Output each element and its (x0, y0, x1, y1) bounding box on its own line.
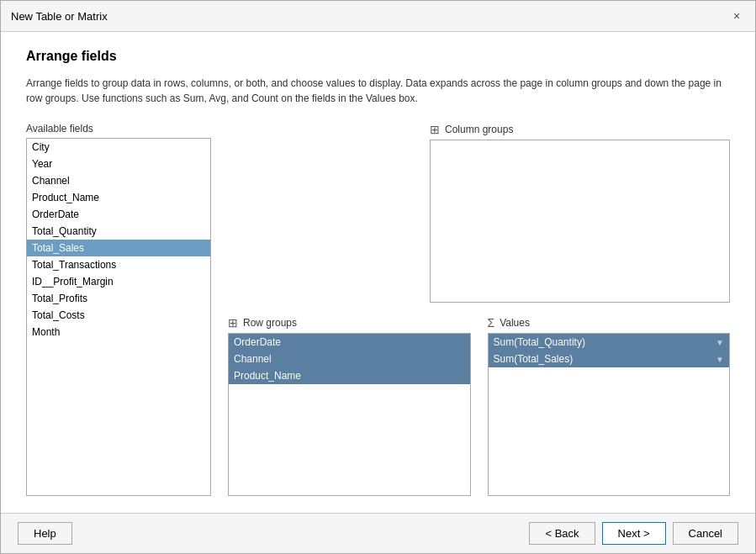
dialog: New Table or Matrix × Arrange fields Arr… (0, 0, 756, 554)
column-groups-panel: ⊞ Column groups (430, 123, 730, 303)
column-groups-box[interactable] (430, 140, 730, 303)
row-groups-header: ⊞ Row groups (228, 316, 471, 330)
footer-right: < Back Next > Cancel (529, 522, 738, 545)
value-item[interactable]: Sum(Total_Quantity)▼ (489, 334, 730, 351)
field-item[interactable]: Total_Quantity (27, 223, 210, 240)
field-item[interactable]: City (27, 139, 210, 156)
fields-area: Available fields CityYearChannelProduct_… (26, 123, 730, 496)
footer-left: Help (18, 522, 72, 545)
field-item[interactable]: OrderDate (27, 206, 210, 223)
next-button[interactable]: Next > (602, 522, 666, 545)
help-button[interactable]: Help (18, 522, 72, 545)
row-groups-panel: ⊞ Row groups OrderDateChannelProduct_Nam… (228, 316, 471, 496)
cancel-button[interactable]: Cancel (673, 522, 738, 545)
field-item[interactable]: Month (27, 324, 210, 340)
field-item[interactable]: Total_Transactions (27, 256, 210, 273)
top-right: ⊞ Column groups (228, 123, 730, 303)
description-text: Arrange fields to group data in rows, co… (26, 76, 730, 106)
bottom-right: ⊞ Row groups OrderDateChannelProduct_Nam… (228, 316, 730, 496)
value-item[interactable]: Sum(Total_Sales)▼ (489, 351, 730, 367)
row-group-item[interactable]: OrderDate (229, 334, 470, 351)
field-item[interactable]: Year (27, 156, 210, 172)
values-panel: Σ Values Sum(Total_Quantity)▼Sum(Total_S… (488, 316, 731, 496)
values-box[interactable]: Sum(Total_Quantity)▼Sum(Total_Sales)▼ (488, 333, 731, 496)
field-item[interactable]: Total_Profits (27, 290, 210, 307)
row-group-item[interactable]: Channel (229, 351, 470, 367)
available-fields-panel: Available fields CityYearChannelProduct_… (26, 123, 211, 496)
title-bar: New Table or Matrix × (1, 1, 755, 32)
row-groups-icon: ⊞ (228, 316, 238, 330)
field-item[interactable]: Channel (27, 172, 210, 189)
page-title: Arrange fields (26, 49, 730, 64)
values-header: Σ Values (488, 316, 731, 330)
values-label: Values (500, 317, 530, 329)
row-groups-label: Row groups (243, 317, 297, 329)
field-item[interactable]: ID__Profit_Margin (27, 273, 210, 290)
content-area: Arrange fields Arrange fields to group d… (1, 32, 755, 513)
sigma-icon: Σ (488, 316, 495, 330)
spacer (228, 123, 413, 303)
column-groups-icon: ⊞ (430, 123, 440, 136)
row-group-item[interactable]: Product_Name (229, 367, 470, 384)
column-groups-header: ⊞ Column groups (430, 123, 730, 136)
footer: Help < Back Next > Cancel (1, 513, 755, 553)
field-item[interactable]: Total_Sales (27, 240, 210, 256)
field-item[interactable]: Product_Name (27, 189, 210, 206)
available-fields-list: CityYearChannelProduct_NameOrderDateTota… (26, 138, 211, 496)
close-button[interactable]: × (728, 8, 745, 24)
right-area: ⊞ Column groups ⊞ Row groups (228, 123, 730, 496)
available-fields-label: Available fields (26, 123, 211, 135)
column-groups-label: Column groups (445, 124, 513, 135)
dialog-title: New Table or Matrix (11, 10, 108, 23)
field-item[interactable]: Total_Costs (27, 307, 210, 324)
row-groups-box[interactable]: OrderDateChannelProduct_Name (228, 333, 471, 496)
back-button[interactable]: < Back (529, 522, 595, 545)
